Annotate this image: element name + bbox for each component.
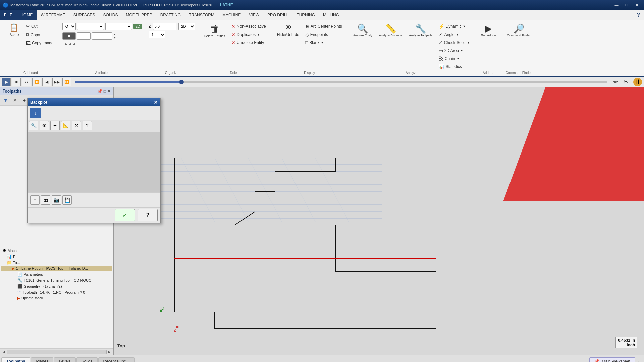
tab-recent-func[interactable]: Recent Func... — [98, 357, 135, 362]
menu-file[interactable]: FILE — [0, 10, 16, 20]
tree-item-machine[interactable]: ⚙ Machi... — [1, 248, 112, 254]
non-associative-button[interactable]: ✕ Non-Associative — [229, 23, 268, 30]
tree-item-t0101[interactable]: 🔧 T0101: General Turning Tool - OD ROUC.… — [1, 277, 112, 283]
angle-button[interactable]: ∠ Angle ▼ — [436, 31, 472, 38]
line-style[interactable] — [92, 32, 112, 40]
check-solid-button[interactable]: ✓ Check Solid ▼ — [436, 39, 472, 46]
menu-view[interactable]: VIEW — [245, 10, 263, 20]
arc-center-button[interactable]: ⊕ Arc Center Points — [303, 23, 344, 30]
scrollbar-track[interactable] — [7, 350, 107, 354]
command-finder-button[interactable]: 🔎 Command Finder — [505, 23, 533, 38]
backplot-down-arrow[interactable]: ↓ — [30, 108, 41, 118]
bp-tool-btn-2[interactable]: ✦ — [50, 121, 60, 130]
close-panel-button[interactable]: ✕ — [107, 89, 111, 94]
maximize-button[interactable]: □ — [622, 1, 631, 9]
tree-item-geometry[interactable]: ⬛ Geometry - (1) chain(s) — [1, 283, 112, 289]
tab-planes[interactable]: Planes — [31, 357, 53, 362]
bp-ctrl-3[interactable]: 💾 — [62, 195, 72, 205]
step-back-button[interactable]: ⏪ — [32, 78, 41, 86]
line-type-select[interactable]: ———— — [77, 23, 104, 30]
scroll-left-arrow[interactable]: ◀ — [1, 349, 7, 355]
bp-tool-btn-4[interactable]: ⚒ — [72, 121, 81, 130]
tabs-expand-button[interactable]: ▶ — [636, 360, 643, 362]
layer-select[interactable]: O — [62, 23, 76, 30]
area-2d-button[interactable]: ▭ 2D Area ▼ — [436, 47, 472, 54]
menu-drafting[interactable]: DRAFTING — [156, 10, 185, 20]
attr-collapse-btn[interactable]: ▼ — [113, 36, 116, 39]
menu-transform[interactable]: TRANSFORM — [185, 10, 218, 20]
bp-ctrl-0[interactable]: ≡ — [30, 195, 40, 205]
fast-forward-button[interactable]: ⏩ — [62, 78, 71, 86]
menu-home[interactable]: HOME — [16, 10, 37, 20]
bp-tool-btn-0[interactable]: 🔧 — [29, 121, 38, 130]
menu-wireframe[interactable]: WIREFRAME — [37, 10, 69, 20]
color-picker[interactable]: ■ — [62, 32, 76, 40]
dynamic-button[interactable]: ⚡ Dynamic ▼ — [436, 23, 472, 30]
attr-more-btn[interactable]: ⚙ ⚙ ⚙ — [62, 41, 78, 47]
analyze-entity-button[interactable]: 🔍 Analyze Entity — [351, 23, 375, 38]
analyze-distance-button[interactable]: 📏 Analyze Distance — [377, 23, 405, 38]
viewport[interactable]: Streamingteacher. — [114, 87, 644, 355]
tree-cut-btn[interactable]: ✕ — [11, 96, 19, 105]
tree-item-toolpaths-group[interactable]: 📁 To... — [1, 260, 112, 266]
statistics-button[interactable]: 📊 Statistics — [436, 63, 472, 70]
pause-indicator[interactable]: ⏸ — [633, 78, 642, 86]
num-select[interactable]: 1 — [149, 31, 165, 38]
tree-item-parameters[interactable]: 📄 Parameters — [1, 271, 112, 277]
chain-button[interactable]: ⛓ Chain ▼ — [436, 55, 472, 62]
dim-select[interactable]: 2D3D — [178, 23, 195, 30]
slider-thumb[interactable] — [179, 80, 184, 84]
menu-turning[interactable]: TURNING — [292, 10, 319, 20]
copy-image-button[interactable]: 🖼 Copy Image — [23, 39, 56, 47]
attr-expand-btn[interactable]: ▲ — [113, 33, 116, 36]
scissors-toggle[interactable]: ✂ — [621, 78, 630, 86]
menu-surfaces[interactable]: SURFACES — [69, 10, 99, 20]
menu-pro-drill[interactable]: PRO DRILL — [263, 10, 292, 20]
z-input[interactable] — [153, 23, 176, 30]
point-style[interactable] — [77, 32, 91, 40]
bp-tool-btn-1[interactable]: 👁 — [40, 121, 49, 130]
bp-tool-btn-5[interactable]: ? — [83, 121, 92, 130]
tab-solids[interactable]: Solids — [76, 357, 98, 362]
pin-button[interactable]: 📌 — [97, 89, 102, 94]
main-viewsheet-tab[interactable]: 📌 Main Viewsheet — [589, 357, 635, 362]
step-forward-button[interactable]: ▶▶ — [52, 78, 61, 86]
duplicates-button[interactable]: ✕ Duplicates ▼ — [229, 31, 268, 38]
tree-item-lathe-rough[interactable]: ▶ 1 - Lathe Rough - [WCS: Top] - [Tplane… — [1, 266, 112, 271]
cut-button[interactable]: ✂ Cut — [23, 23, 56, 30]
close-button[interactable]: ✕ — [632, 1, 641, 9]
stop-button[interactable]: ■ — [12, 78, 21, 86]
left-panel-scrollbar[interactable]: ◀ ▶ — [0, 348, 113, 355]
help-icon-btn[interactable]: ? — [633, 10, 644, 20]
float-button[interactable]: □ — [104, 89, 106, 94]
rewind-button[interactable]: ⏮ — [22, 78, 31, 86]
analyze-toolpath-button[interactable]: 🔧 Analyze Toolpath — [407, 23, 434, 38]
run-addin-button[interactable]: ▶ Run Add-In — [479, 23, 498, 38]
edit-toggle[interactable]: ✏ — [611, 78, 620, 86]
blank-button[interactable]: □ Blank ▼ — [303, 39, 344, 46]
bp-ctrl-1[interactable]: ▦ — [41, 195, 50, 205]
undelete-button[interactable]: ✕ Undelete Entity — [229, 39, 268, 46]
minimize-button[interactable]: — — [612, 1, 621, 9]
menu-machine[interactable]: MACHINE — [218, 10, 245, 20]
copy-button[interactable]: ⧉ Copy — [23, 31, 56, 39]
hide-unhide-button[interactable]: 👁 Hide/Unhide — [275, 23, 302, 38]
menu-milling[interactable]: MILLING — [319, 10, 343, 20]
menu-solids[interactable]: SOLIDS — [99, 10, 122, 20]
line-width-select[interactable]: ———— — [105, 23, 132, 30]
tab-levels[interactable]: Levels — [54, 357, 76, 362]
endpoints-button[interactable]: ◇ Endpoints — [303, 31, 344, 38]
paste-button[interactable]: 📋 Paste — [5, 23, 22, 38]
tree-item-toolpath[interactable]: 〰 Toolpath - 14.7K - 1.NC - Program # 0 — [1, 289, 112, 295]
tree-item-properties[interactable]: 📊 Pr... — [1, 254, 112, 260]
bp-ctrl-2[interactable]: 📷 — [52, 195, 61, 205]
step-back2-button[interactable]: ◀ — [42, 78, 51, 86]
tree-item-update-stock[interactable]: ▶ Update stock — [1, 295, 112, 301]
scroll-right-arrow[interactable]: ▶ — [107, 349, 112, 355]
playback-slider[interactable] — [75, 81, 607, 83]
bp-tool-btn-3[interactable]: 📐 — [61, 121, 70, 130]
play-button[interactable]: ▶ — [2, 78, 11, 86]
tree-expand-btn[interactable]: ▼ — [1, 96, 10, 105]
menu-model-prep[interactable]: MODEL PREP — [122, 10, 156, 20]
delete-entities-button[interactable]: 🗑 Delete Entities — [202, 23, 228, 39]
